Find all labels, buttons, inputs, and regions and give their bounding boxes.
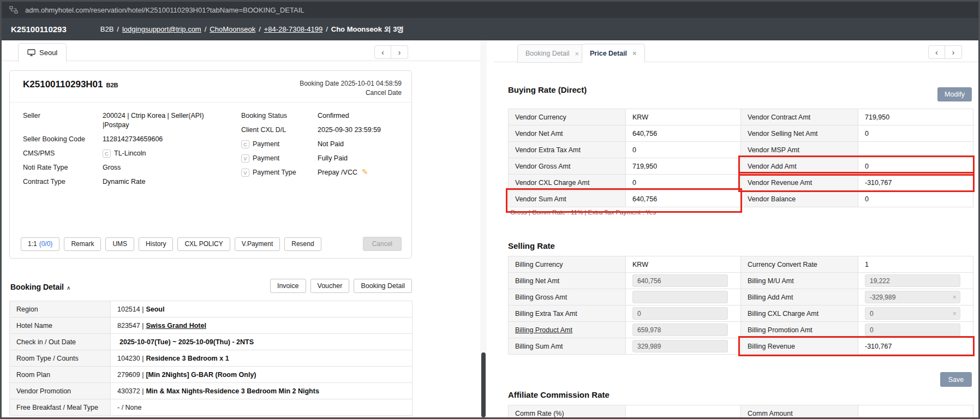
selling-rate-title: Selling Rate [508, 241, 555, 250]
value-cell [626, 273, 741, 289]
next-tab-button[interactable]: › [391, 45, 408, 59]
label-cell: Billing Extra Tax Amt [509, 306, 626, 322]
value-cell: KRW [626, 256, 741, 273]
billing-net-amt-input[interactable] [632, 274, 728, 287]
value-cell [626, 289, 741, 306]
table-row: Billing Product Amt Billing Promotion Am… [509, 322, 973, 338]
resend-button[interactable]: Resend [284, 237, 321, 251]
table-row: Free Breakfast / Meal Type - / None [10, 399, 413, 416]
remark-button[interactable]: Remark [64, 237, 101, 251]
close-icon[interactable]: × [632, 49, 637, 57]
invoice-button[interactable]: Invoice [270, 279, 306, 293]
value-cell: 1 [858, 256, 973, 273]
value-cell: 0 [626, 142, 741, 158]
label-cell: Vendor Gross Amt [509, 158, 626, 175]
app-window: adm.ohmyhotel.com/reservation/hotel/K251… [0, 0, 980, 419]
value-cell: 104230 |Residence 3 Bedroom x 1 [111, 350, 413, 367]
billing-promotion-amt-input[interactable] [865, 324, 960, 336]
billing-gross-amt-input[interactable] [632, 291, 728, 303]
booking-detail-section-title: Booking Detail∧ [10, 283, 70, 291]
scrollbar-track[interactable] [480, 40, 487, 417]
table-row: Region 102514 |Seoul [10, 301, 413, 318]
billing-product-amt-input[interactable] [632, 324, 728, 336]
selling-rate-table: Billing Currency KRW Currency Convert Ra… [508, 256, 973, 355]
history-button[interactable]: History [139, 237, 173, 251]
label-cell: Billing Add Amt [741, 289, 858, 306]
prev-tab-button[interactable]: ‹ [374, 45, 391, 59]
save-button[interactable]: Save [940, 372, 972, 387]
prev-tab-button[interactable]: ‹ [928, 45, 945, 59]
field-noti-rate-type: Noti Rate Type Gross [23, 163, 241, 172]
label-cell: Billing Gross Amt [509, 289, 626, 306]
voucher-button[interactable]: Voucher [310, 279, 350, 293]
one-to-one-button[interactable]: 1:1(0/0) [21, 237, 59, 251]
label-cell: Vendor MSP Amt [741, 142, 858, 158]
chevron-right-icon: › [952, 47, 955, 57]
contact-name-link[interactable]: ChoMoonseok [210, 25, 255, 33]
billing-add-amt-input[interactable] [865, 291, 960, 303]
billing-sum-amt-input[interactable] [632, 340, 728, 352]
booking-detail-button[interactable]: Booking Detail [354, 279, 412, 293]
hotel-name-link[interactable]: Swiss Grand Hotel [146, 322, 206, 330]
billing-product-amt-link[interactable]: Billing Product Amt [515, 326, 572, 334]
scrollbar-thumb[interactable] [481, 352, 486, 417]
value-cell: 102514 |Seoul [111, 301, 413, 318]
label-cell: Region [10, 301, 111, 318]
label-cell: Billing Net Amt [509, 273, 626, 289]
billing-extra-tax-amt-input[interactable] [632, 307, 728, 320]
value-cell: × [858, 306, 973, 322]
field-client-cxl-deadline: Client CXL D/L 2025-09-30 23:59:59 [241, 125, 405, 135]
contact-phone-link[interactable]: +84-28-7308-4199 [264, 25, 322, 33]
table-row: Hotel Name 823547 |Swiss Grand Hotel [10, 318, 413, 334]
tab-booking-detail[interactable]: Booking Detail × [517, 44, 587, 63]
close-icon[interactable]: × [575, 50, 579, 58]
contact-email-link[interactable]: lodgingsupport@trip.com [122, 25, 201, 33]
label-cell: Vendor Currency [509, 109, 626, 125]
table-row: Vendor Gross Amt 719,950 Vendor Add Amt … [509, 158, 973, 175]
cancel-button[interactable]: Cancel [363, 237, 402, 251]
clear-icon[interactable]: × [952, 309, 957, 318]
label-cell: Billing CXL Charge Amt [741, 306, 858, 322]
label-cell: Billing Promotion Amt [741, 322, 858, 338]
booking-date: Booking Date 2025-10-01 04:58:59 [300, 79, 402, 88]
value-cell [626, 306, 741, 322]
channel-badge: B2B [106, 82, 118, 88]
tab-seoul[interactable]: Seoul [18, 43, 67, 62]
billing-mu-amt-input[interactable] [865, 274, 960, 287]
browser-url-bar: adm.ohmyhotel.com/reservation/hotel/K251… [2, 2, 978, 18]
tab-price-detail[interactable]: Price Detail × [582, 44, 645, 63]
tab-seoul-label: Seoul [39, 49, 57, 57]
vendor-sum-amt-value: 640,756 [626, 191, 741, 207]
value-cell [626, 322, 741, 338]
table-row: Billing Sum Amt Billing Revenue -310,767 [509, 338, 973, 355]
billing-cxl-charge-amt-input[interactable] [865, 307, 960, 320]
billing-revenue-label: Billing Revenue [741, 338, 858, 355]
table-row: Room Plan 279609 |[Min 2Nights] G-BAR (R… [10, 367, 413, 383]
field-vendor-payment: VPayment Fully Paid [241, 154, 405, 163]
value-cell: 0 [858, 191, 973, 207]
edit-icon[interactable]: ✎ [362, 168, 368, 177]
chevron-left-icon: ‹ [935, 47, 938, 57]
clear-icon[interactable]: × [952, 293, 957, 301]
value-cell [858, 142, 973, 158]
right-tab-nav: ‹ › [928, 45, 962, 59]
booking-summary-card: K25100110293H01B2B Booking Date 2025-10-… [9, 70, 412, 259]
booking-status-value: Confirmed [318, 111, 349, 121]
collapse-icon[interactable]: ∧ [67, 285, 70, 291]
value-cell [858, 405, 973, 418]
table-row: Check in / Out Date 2025-10-07(Tue) ~ 20… [10, 334, 413, 350]
separator: / [259, 25, 261, 33]
modify-button[interactable]: Modify [937, 87, 972, 101]
table-row: Vendor Currency KRW Vendor Contract Amt … [509, 109, 973, 125]
page-url[interactable]: adm.ohmyhotel.com/reservation/hotel/K251… [25, 6, 304, 14]
ums-button[interactable]: UMS [105, 237, 134, 251]
separator: / [205, 25, 207, 33]
cxl-policy-button[interactable]: CXL POLICY [177, 237, 230, 251]
v-payment-button[interactable]: V.Payment [235, 237, 280, 251]
label-cell: Billing Sum Amt [509, 338, 626, 355]
value-cell: 279609 |[Min 2Nights] G-BAR (Room Only) [111, 367, 413, 383]
card-header: K25100110293H01B2B Booking Date 2025-10-… [10, 71, 411, 103]
next-tab-button[interactable]: › [945, 45, 962, 59]
table-row: Billing Extra Tax Amt Billing CXL Charge… [509, 306, 973, 322]
card-action-buttons: 1:1(0/0) Remark UMS History CXL POLICY V… [21, 237, 402, 251]
